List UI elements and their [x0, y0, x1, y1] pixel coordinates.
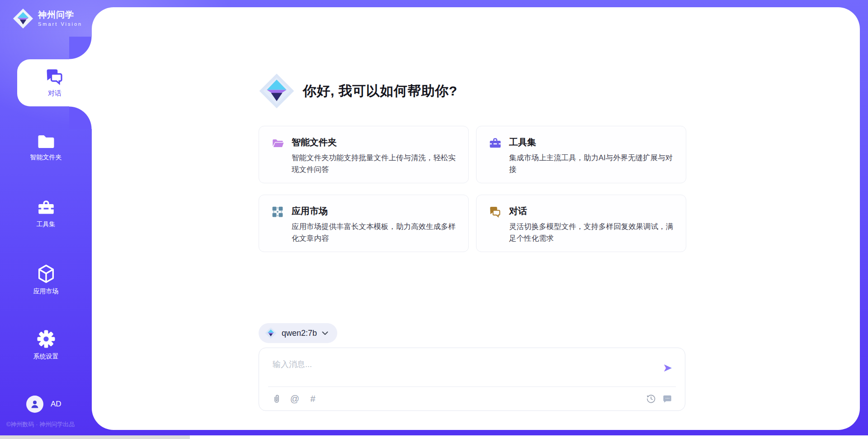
mention-at-icon[interactable]: @	[290, 394, 300, 404]
cube-icon	[37, 264, 55, 283]
sidebar-item-settings[interactable]: 系统设置	[0, 329, 92, 361]
sidebar-item-app-market[interactable]: 应用市场	[0, 264, 92, 296]
sidebar-item-label: 智能文件夹	[30, 153, 62, 162]
app-root: { "sidebar": { "logo": { "title": "神州问学"…	[0, 0, 868, 439]
greeting-text: 你好, 我可以如何帮助你?	[303, 82, 458, 100]
card-app-market[interactable]: 应用市场 应用市场提供丰富长文本模板，助力高效生成多样化文章内容	[259, 195, 469, 252]
card-desc: 灵活切换多模型文件，支持多样回复效果调试，满足个性化需求	[509, 220, 680, 244]
message-composer: ➤ @ #	[259, 348, 685, 411]
chat-bubble-filled-icon[interactable]	[662, 394, 672, 404]
composer-toolbar: @ #	[268, 387, 676, 410]
card-title: 智能文件夹	[292, 136, 337, 148]
sidebar: 神州问学 Smart Vision 对话 智能文件夹	[0, 0, 92, 439]
card-title: 工具集	[509, 136, 536, 148]
brand-logo: 神州问学 Smart Vision	[13, 8, 82, 29]
main-panel: 你好, 我可以如何帮助你? 智能文件夹 智能文件夹功能支持批量文件上传与清洗，轻…	[92, 7, 860, 430]
bottom-strip-left	[0, 435, 190, 439]
sidebar-item-smart-folder[interactable]: 智能文件夹	[0, 134, 92, 162]
send-icon[interactable]: ➤	[660, 362, 675, 374]
sidebar-item-chat[interactable]: 对话	[17, 59, 92, 106]
composer-toolbar-right	[646, 394, 672, 404]
open-folder-icon	[272, 137, 284, 149]
card-title: 对话	[509, 205, 527, 217]
brand-diamond-icon	[13, 8, 33, 29]
sidebar-item-label: 对话	[48, 89, 61, 98]
gear-icon	[37, 329, 56, 348]
toolbox-icon	[489, 137, 501, 149]
greeting-block: 你好, 我可以如何帮助你?	[259, 73, 458, 109]
tab-fillet-bottom	[69, 106, 92, 129]
attachment-paperclip-icon[interactable]	[272, 394, 282, 404]
folder-icon	[37, 134, 55, 149]
card-desc: 应用市场提供丰富长文本模板，助力高效生成多样化文章内容	[292, 220, 462, 244]
card-smart-folder[interactable]: 智能文件夹 智能文件夹功能支持批量文件上传与清洗，轻松实现文件问答	[259, 126, 469, 183]
user-name: AD	[51, 400, 61, 409]
message-input[interactable]	[272, 358, 653, 383]
tab-fillet-top	[69, 37, 92, 59]
history-icon[interactable]	[646, 394, 656, 404]
sidebar-footer-text: ©神州数码 · 神州问学出品	[6, 420, 90, 429]
sidebar-item-label: 应用市场	[33, 287, 59, 296]
card-toolset[interactable]: 工具集 集成市场上主流工具，助力AI与外界无缝扩展与对接	[476, 126, 686, 183]
avatar	[26, 396, 43, 413]
grid-icon	[272, 206, 283, 218]
chat-bubbles-icon	[45, 68, 64, 85]
brand-diamond-logo	[259, 73, 295, 109]
card-desc: 智能文件夹功能支持批量文件上传与清洗，轻松实现文件问答	[292, 152, 462, 175]
sidebar-item-label: 工具集	[37, 220, 56, 229]
card-title: 应用市场	[292, 205, 328, 217]
model-name: qwen2:7b	[282, 329, 317, 338]
user-profile[interactable]: AD	[26, 396, 61, 413]
model-diamond-icon	[265, 327, 277, 339]
chevron-down-icon	[322, 331, 328, 335]
brand-title: 神州问学	[38, 10, 82, 20]
brand-subtitle: Smart Vision	[38, 21, 82, 27]
bottom-strip	[0, 435, 868, 439]
person-icon	[29, 399, 40, 410]
card-desc: 集成市场上主流工具，助力AI与外界无缝扩展与对接	[509, 152, 680, 175]
sidebar-item-label: 系统设置	[33, 353, 59, 361]
hashtag-icon[interactable]: #	[308, 394, 318, 404]
card-chat[interactable]: 对话 灵活切换多模型文件，支持多样回复效果调试，满足个性化需求	[476, 195, 686, 252]
chat-bubbles-icon	[489, 206, 501, 218]
brand-text: 神州问学 Smart Vision	[38, 10, 82, 27]
toolbox-icon	[37, 199, 55, 216]
model-selector[interactable]: qwen2:7b	[259, 323, 337, 343]
sidebar-item-toolset[interactable]: 工具集	[0, 199, 92, 229]
